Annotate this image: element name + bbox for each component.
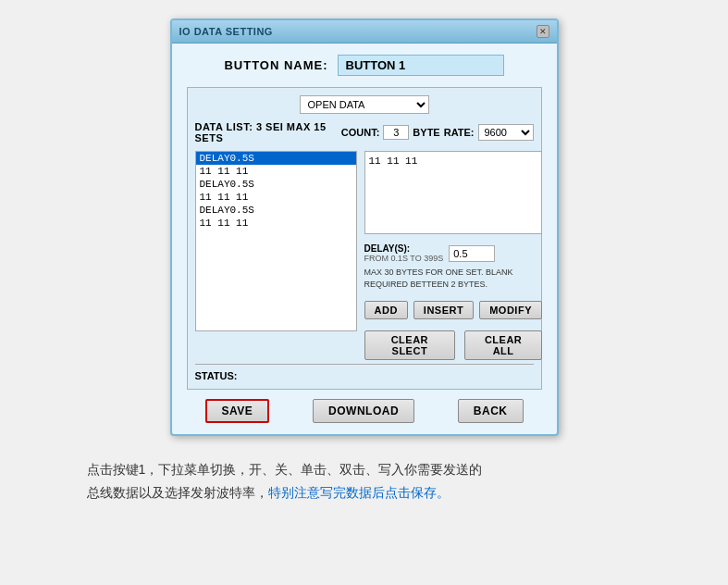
dialog-titlebar: IO DATA SETTING ✕ <box>172 20 557 44</box>
two-col-layout: DELAY0.5S 11 11 11 DELAY0.5S 11 11 11 DE… <box>195 151 534 360</box>
count-row: COUNT: BYTE RATE: 9600 4800 19200 38400 … <box>341 124 534 141</box>
data-list-header: DATA LIST: 3 SEI MAX 15 SETS <box>195 121 341 143</box>
list-item[interactable]: DELAY0.5S <box>196 204 356 217</box>
button-name-label: BUTTON NAME: <box>224 58 327 72</box>
data-mode-select[interactable]: OPEN DATA CLOSE DATA SINGLE CLICK DOUBLE… <box>300 95 429 114</box>
delay-range-label: FROM 0.1S TO 399S <box>364 254 444 263</box>
dropdown-row: OPEN DATA CLOSE DATA SINGLE CLICK DOUBLE… <box>195 95 534 114</box>
delay-input[interactable] <box>449 245 495 262</box>
description-line1: 点击按键1，下拉菜单切换，开、关、单击、双击、写入你需要发送的 <box>87 458 642 481</box>
count-label: COUNT: <box>341 127 380 138</box>
data-display-area[interactable]: 11 11 11 <box>364 151 542 234</box>
main-content-area: OPEN DATA CLOSE DATA SINGLE CLICK DOUBLE… <box>187 87 542 390</box>
delay-label-group: DELAY(S): FROM 0.1S TO 399S <box>364 243 444 263</box>
list-item[interactable]: DELAY0.5S <box>196 152 356 165</box>
description-line2-highlight: 特别注意写完数据后点击保存。 <box>268 485 450 500</box>
add-button[interactable]: ADD <box>364 301 408 319</box>
list-item[interactable]: 11 11 11 <box>196 165 356 178</box>
data-list-box[interactable]: DELAY0.5S 11 11 11 DELAY0.5S 11 11 11 DE… <box>195 151 357 331</box>
dialog-body: BUTTON NAME: OPEN DATA CLOSE DATA SINGLE… <box>172 44 557 434</box>
insert-button[interactable]: INSERT <box>413 301 474 319</box>
save-button[interactable]: SAVE <box>205 399 270 423</box>
description-text: 点击按键1，下拉菜单切换，开、关、单击、双击、写入你需要发送的 总线数据以及选择… <box>87 458 642 504</box>
bottom-buttons: SAVE DOWNLOAD BACK <box>187 399 542 423</box>
status-label: STATUS: <box>195 370 238 381</box>
action-buttons: ADD INSERT MODIFY <box>364 301 542 319</box>
clear-all-button[interactable]: CLEAR ALL <box>464 330 542 360</box>
description-line2: 总线数据以及选择发射波特率，特别注意写完数据后点击保存。 <box>87 481 642 504</box>
dialog-title: IO DATA SETTING <box>179 26 273 37</box>
status-row: STATUS: <box>195 364 534 381</box>
button-name-input[interactable] <box>338 55 504 76</box>
io-data-setting-dialog: IO DATA SETTING ✕ BUTTON NAME: OPEN DATA… <box>170 19 559 436</box>
close-button[interactable]: ✕ <box>537 25 549 38</box>
byte-label: BYTE <box>413 127 439 138</box>
clear-buttons: CLEAR SLECT CLEAR ALL <box>364 330 542 360</box>
left-list-panel: DELAY0.5S 11 11 11 DELAY0.5S 11 11 11 DE… <box>195 151 357 360</box>
description-line2-normal: 总线数据以及选择发射波特率， <box>87 485 268 500</box>
list-item[interactable]: 11 11 11 <box>196 191 356 204</box>
clear-select-button[interactable]: CLEAR SLECT <box>364 330 456 360</box>
right-panel: 11 11 11 DELAY(S): FROM 0.1S TO 399S MAX… <box>364 151 542 360</box>
modify-button[interactable]: MODIFY <box>479 301 542 319</box>
back-button[interactable]: BACK <box>458 399 524 423</box>
delay-label: DELAY(S): <box>364 243 444 254</box>
button-name-row: BUTTON NAME: <box>187 55 542 76</box>
baud-rate-select[interactable]: 9600 4800 19200 38400 57600 115200 <box>478 124 534 141</box>
note-text: MAX 30 BYTES FOR ONE SET. BLANK REQUIRED… <box>364 267 542 290</box>
download-button[interactable]: DOWNLOAD <box>313 399 414 423</box>
list-item[interactable]: 11 11 11 <box>196 217 356 230</box>
delay-row: DELAY(S): FROM 0.1S TO 399S <box>364 243 542 263</box>
rate-label: RATE: <box>444 127 475 138</box>
delay-section: DELAY(S): FROM 0.1S TO 399S MAX 30 BYTES… <box>364 242 542 290</box>
count-input[interactable] <box>383 125 409 140</box>
list-item[interactable]: DELAY0.5S <box>196 178 356 191</box>
